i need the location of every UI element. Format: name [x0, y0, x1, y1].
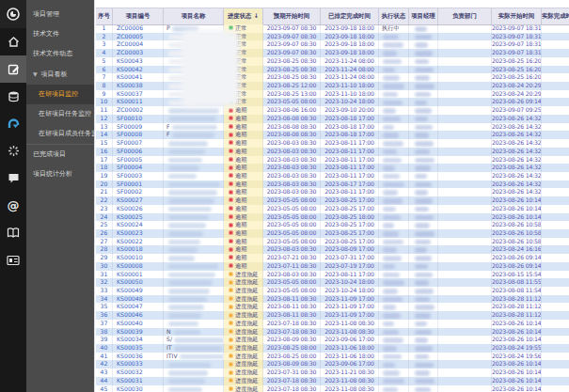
- sidebar-item-4[interactable]: 在研项目监控: [26, 85, 94, 104]
- table-row[interactable]: 24KS00025逾期2023-05-05 08:002023-08-25 18…: [96, 213, 569, 222]
- table-row[interactable]: 21SF00002逾期2023-08-03 08:302023-08-11 17…: [96, 188, 569, 196]
- table-row[interactable]: 44KS00031进度拖延2023-07-18 08:302023-11-08 …: [96, 377, 569, 385]
- table-row[interactable]: 37KS00040进度拖延2023-07-18 08:302023-11-08 …: [96, 320, 569, 328]
- table-row[interactable]: 2ZC00005正常2023-09-07 08:302023-09-18 18:…: [96, 33, 569, 41]
- table-row[interactable]: 22KS00027逾期2023-05-05 08:002023-08-25 17…: [96, 196, 569, 205]
- sidebar-item-2[interactable]: 技术文件动态: [26, 44, 94, 64]
- table-row[interactable]: 34KS00048进度拖延2023-08-11 08:302023-11-09 …: [96, 295, 569, 304]
- id-card-icon[interactable]: [0, 246, 26, 274]
- table-row[interactable]: 41KS00036ITIV进度拖延2023-08-25 08:002023-11…: [96, 353, 569, 361]
- overdue-status-icon: [229, 263, 233, 268]
- sidebar-item-8[interactable]: 项目统计分析: [26, 165, 94, 184]
- table-row[interactable]: 15SF00007逾期2023-08-03 08:302023-08-11 17…: [96, 139, 569, 148]
- sidebar-item-7[interactable]: 已完成项目: [26, 144, 94, 165]
- table-row[interactable]: 32KS00050进度拖延2023-05-05 08:002023-10-24 …: [96, 278, 569, 287]
- table-row[interactable]: 1ZC00006P正常2023-09-07 08:302023-09-18 18…: [96, 24, 569, 33]
- table-row[interactable]: 39KS00034S/进度拖延2023-08-09 08:302023-09-0…: [96, 336, 569, 344]
- table-row[interactable]: 12SF00010逾期2023-08-08 08:302023-08-18 17…: [96, 115, 569, 123]
- table-row[interactable]: 8KS00038正常2023-08-25 12:002023-11-10 18:…: [96, 82, 569, 90]
- column-header-4[interactable]: 预期开始时间: [263, 8, 321, 24]
- table-row[interactable]: 20SF00001逾期2023-08-03 08:302023-08-17 17…: [96, 180, 569, 189]
- table-row[interactable]: 7KS00041正常2023-08-25 08:302023-11-24 08:…: [96, 73, 569, 82]
- book-icon[interactable]: [0, 219, 26, 246]
- table-row[interactable]: 19SF00003逾期2023-08-03 08:302023-08-11 17…: [96, 172, 569, 180]
- table-row[interactable]: 9KS00037正常2023-08-25 13:002023-11-10 18:…: [96, 90, 569, 99]
- column-header-2[interactable]: 项目名称: [164, 8, 224, 24]
- cell-department: [438, 66, 492, 74]
- table-row[interactable]: 35KS00047进度拖延2023-08-11 08:302023-11-09 …: [96, 303, 569, 311]
- table-row[interactable]: 17SF00005逾期2023-08-03 08:302023-08-11 17…: [96, 156, 569, 165]
- sidebar-item-6[interactable]: 在研项目成员任务监控: [26, 124, 94, 144]
- table-row[interactable]: 33KS00049进度拖延2023-05-05 08:002023-10-24 …: [96, 287, 569, 295]
- cell-exec-status: [379, 139, 409, 148]
- chat-icon[interactable]: [0, 165, 26, 192]
- home-icon[interactable]: [0, 28, 26, 55]
- table-row[interactable]: 5KS00043正常2023-08-25 08:302023-11-24 08:…: [96, 57, 569, 66]
- table-row[interactable]: 6KS00042正常2023-08-25 08:302023-11-24 08:…: [96, 66, 569, 74]
- table-row[interactable]: 23KS00026逾期2023-05-05 08:002023-08-25 17…: [96, 205, 569, 213]
- table-row[interactable]: 16SF00006逾期2023-08-03 08:302023-08-11 17…: [96, 148, 569, 156]
- status-label: 逾期: [235, 164, 246, 170]
- column-header-7[interactable]: 项目经理: [409, 8, 438, 24]
- spinner-icon[interactable]: [0, 137, 26, 165]
- blurred-text: [383, 305, 396, 310]
- database-icon[interactable]: [0, 83, 26, 110]
- cell-project-manager: [409, 205, 438, 213]
- table-row[interactable]: 43KS00032进度拖延2023-07-31 08:302023-11-21 …: [96, 368, 569, 377]
- column-header-6[interactable]: 执行状态: [379, 8, 409, 24]
- table-row[interactable]: 26KS00023逾期2023-05-05 08:002023-08-25 17…: [96, 229, 569, 238]
- cell-department: [438, 131, 492, 139]
- table-row[interactable]: 40KS00035IT进度拖延2023-08-25 08:002023-11-0…: [96, 344, 569, 353]
- cell-department: [438, 311, 492, 320]
- column-header-10[interactable]: 实际完成时间: [542, 8, 569, 24]
- cell-scheduled-finish: 2023-09-18 18:00: [321, 24, 379, 33]
- table-row[interactable]: 29KS00010逾期2023-07-21 08:302023-07-31 17…: [96, 254, 569, 262]
- cell-progress-status: 正常: [224, 90, 263, 99]
- column-header-0[interactable]: 序号: [96, 8, 113, 24]
- column-header-5[interactable]: 已排定完成时间: [321, 8, 379, 24]
- column-header-8[interactable]: 负责部门: [438, 8, 492, 24]
- table-row[interactable]: 10KS00011正常2023-05-05 08:002023-10-24 18…: [96, 98, 569, 106]
- table-row[interactable]: 3ZC00004正常2023-09-07 08:302023-09-18 18:…: [96, 40, 569, 49]
- cell-progress-status: 进度拖延: [224, 271, 263, 279]
- blurred-text: [383, 379, 404, 384]
- sidebar-item-3[interactable]: ▼ 项目看板: [26, 64, 94, 85]
- cell-project-code: KS00022: [113, 238, 164, 246]
- table-row[interactable]: 4ZC00003正常2023-09-07 08:302023-09-18 18:…: [96, 49, 569, 57]
- table-row[interactable]: 38KS00039N进度拖延2023-07-18 08:302023-11-08…: [96, 328, 569, 337]
- sidebar-item-0[interactable]: 项目管理: [26, 5, 94, 24]
- cell-progress-status: 逾期: [224, 172, 263, 180]
- table-row[interactable]: 14SF00008F逾期2023-08-08 08:302023-08-18 1…: [96, 131, 569, 139]
- table-row[interactable]: 30KS00008逾期2023-07-11 08:302023-07-19 17…: [96, 262, 569, 271]
- table-row[interactable]: 42KS00033进度拖延2023-08-09 08:302023-09-06 …: [96, 360, 569, 368]
- sidebar-item-5[interactable]: 在研项目任务监控: [26, 104, 94, 124]
- table-row[interactable]: 36KS00046进度拖延2023-08-11 08:302023-11-09 …: [96, 311, 569, 320]
- table-row[interactable]: 28KS00018逾期2023-08-03 08:302023-08-09 17…: [96, 245, 569, 254]
- table-row[interactable]: 31KS00001进度拖延2023-08-03 08:302023-08-11 …: [96, 271, 569, 279]
- cell-expected-start: 2023-08-06 16:00: [263, 106, 321, 115]
- logo-icon[interactable]: [0, 0, 26, 28]
- cell-exec-status: [379, 336, 409, 344]
- cell-expected-start: 2023-09-07 08:30: [263, 24, 321, 33]
- cell-expected-start: 2023-05-05 08:00: [263, 287, 321, 295]
- at-icon[interactable]: @: [0, 192, 26, 219]
- sidebar-item-1[interactable]: 技术文件: [26, 24, 94, 44]
- table-row[interactable]: 18SF00004逾期2023-08-03 08:302023-08-11 17…: [96, 164, 569, 172]
- status-label: 正常: [235, 33, 246, 39]
- cell-no: 13: [96, 123, 113, 132]
- cell-actual-finish: [542, 344, 569, 353]
- table-row[interactable]: 25KS00024逾期2023-05-05 08:002023-08-25 17…: [96, 221, 569, 229]
- cell-actual-start: 2023-08-08 11:55: [492, 278, 542, 287]
- table-row[interactable]: 13SF00009F逾期2023-08-08 08:302023-08-18 1…: [96, 123, 569, 132]
- cell-project-manager: [409, 262, 438, 271]
- edit-icon[interactable]: [0, 55, 26, 83]
- column-header-3[interactable]: 进度状态 ↓: [224, 8, 263, 24]
- cell-no: 5: [96, 57, 113, 66]
- table-row[interactable]: 45KS00030进度拖延2023-07-18 08:302023-11-08 …: [96, 385, 569, 392]
- table-row[interactable]: 11ZC00002逾期2023-08-06 16:002023-09-10 20…: [96, 106, 569, 115]
- table-row[interactable]: 27KS00022逾期2023-05-05 08:002023-08-25 17…: [96, 238, 569, 246]
- column-header-1[interactable]: 项目编号: [113, 8, 164, 24]
- cell-project-code: KS00050: [113, 278, 164, 287]
- undo-arrow-icon[interactable]: [0, 110, 26, 137]
- column-header-9[interactable]: 实际开始时间: [492, 8, 542, 24]
